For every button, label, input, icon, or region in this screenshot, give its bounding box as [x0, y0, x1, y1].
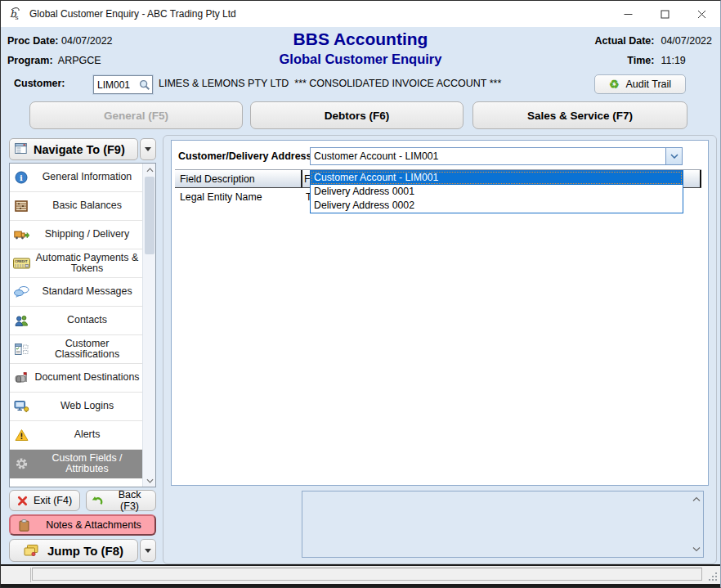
svg-text:CREDIT: CREDIT [15, 259, 28, 263]
tab-debtors[interactable]: Debtors (F6) [250, 101, 464, 129]
close-button[interactable] [683, 1, 720, 27]
status-divider [30, 568, 31, 582]
sidebar-item-label: Automatic Payments & Tokens [32, 253, 142, 275]
chevron-down-icon [145, 147, 151, 151]
combobox-dropdown-button[interactable] [665, 148, 682, 164]
gear-icon [12, 457, 30, 471]
sidebar-item-label: General Information [43, 172, 132, 183]
svg-text:s: s [16, 14, 19, 21]
abacus-icon [12, 200, 30, 213]
customer-row: Customer: LIM001 LIMES & LEMONS PTY LTD … [1, 73, 720, 96]
mailbox-icon [12, 372, 30, 384]
jump-to-dropdown-button[interactable] [140, 539, 156, 562]
field-description-header: Field Description [175, 170, 302, 187]
navigate-to-dropdown-button[interactable] [140, 138, 156, 160]
header: Proc Date: 04/07/2022 Program: ARPGCE BB… [1, 27, 720, 74]
taskbar-edge [1, 584, 720, 588]
customer-name-text: LIMES & LEMONS PTY LTD *** CONSOLIDATED … [159, 78, 501, 89]
actual-date-label: Actual Date: [595, 31, 655, 51]
info-icon: i [12, 171, 30, 184]
minimize-icon [624, 10, 633, 19]
chevron-down-icon [145, 549, 151, 553]
status-bar [1, 566, 720, 584]
sidebar-item-label: Alerts [74, 429, 101, 441]
dropdown-option-delivery-0002[interactable]: Delivery Address 0002 [311, 199, 683, 213]
time-label: Time: [595, 51, 655, 70]
sidebar-item-label: Basic Balances [52, 200, 122, 212]
sidebar-item-customer-classifications[interactable]: Customer Classifications [10, 335, 142, 364]
customer-label: Customer: [14, 78, 65, 89]
search-icon[interactable] [139, 79, 150, 91]
scrollbar-thumb[interactable] [145, 177, 154, 254]
exit-label: Exit (F4) [34, 495, 72, 506]
main-detail-panel: Customer/Delivery Address: Customer Acco… [171, 140, 709, 486]
sidebar-item-label: Customer Classifications [32, 339, 142, 361]
sidebar-item-alerts[interactable]: Alerts [10, 421, 142, 450]
sidebar-item-shipping-delivery[interactable]: Shipping / Delivery [10, 221, 142, 249]
scroll-down-icon[interactable] [143, 474, 156, 487]
jump-to-label: Jump To (F8) [47, 544, 123, 558]
credit-card-icon: CREDIT [12, 258, 30, 269]
maximize-button[interactable] [647, 1, 683, 27]
scroll-up-icon[interactable] [143, 164, 156, 176]
chevron-down-icon [670, 154, 678, 159]
sidebar-item-label: Custom Fields / Attributes [32, 453, 142, 475]
customer-status-note: *** CONSOLIDATED INVOICE ACCOUNT *** [294, 78, 501, 89]
resize-grip[interactable] [708, 572, 718, 581]
navigate-to-button[interactable]: Navigate To (F9) [9, 138, 138, 160]
sidebar-item-contacts[interactable]: Contacts [10, 307, 142, 335]
scroll-down-icon[interactable] [691, 544, 701, 554]
customer-name: LIMES & LEMONS PTY LTD [159, 78, 289, 89]
jump-to-button[interactable]: Jump To (F8) [9, 539, 138, 562]
scroll-up-icon[interactable] [691, 494, 701, 505]
app-window: b s Global Customer Enquiry - ABC Tradin… [0, 0, 721, 588]
svg-text:i: i [20, 173, 23, 182]
close-icon [697, 10, 706, 19]
minimize-button[interactable] [610, 1, 647, 27]
red-x-icon [17, 496, 28, 506]
recycle-icon: ♻ [609, 79, 620, 90]
back-arrow-icon [92, 496, 103, 506]
field-description-cell: Legal Entity Name [175, 188, 304, 206]
sidebar-item-general-information[interactable]: i General Information [10, 164, 142, 192]
tab-general[interactable]: General (F5) [29, 101, 243, 129]
dropdown-option-customer-account[interactable]: Customer Account - LIM001 [311, 171, 683, 185]
window-title: Global Customer Enquiry - ABC Trading Pt… [29, 8, 236, 20]
warning-icon [12, 429, 30, 442]
sidebar-item-automatic-payments-tokens[interactable]: CREDIT Automatic Payments & Tokens [10, 249, 142, 278]
back-label: Back (F3) [109, 489, 150, 512]
sidebar-item-web-logins[interactable]: Web Logins [10, 393, 142, 421]
dropdown-option-delivery-0001[interactable]: Delivery Address 0001 [311, 185, 683, 199]
people-icon [12, 315, 30, 326]
notes-text-area[interactable] [302, 491, 704, 558]
customer-code-field[interactable]: LIM001 [93, 75, 153, 94]
form-icon [15, 142, 27, 157]
audit-trail-button[interactable]: ♻ Audit Trail [594, 74, 686, 94]
customer-code-value[interactable]: LIM001 [94, 79, 139, 91]
clipboard-icon [19, 519, 29, 532]
notes-attachments-button[interactable]: Notes & Attachments [9, 514, 156, 536]
navigate-to-label: Navigate To (F9) [34, 143, 125, 156]
address-dropdown-list: Customer Account - LIM001 Delivery Addre… [310, 170, 683, 213]
address-selector-label: Customer/Delivery Address: [178, 150, 316, 162]
exit-button[interactable]: Exit (F4) [9, 490, 80, 511]
notes-scrollbar[interactable] [689, 491, 703, 557]
back-button[interactable]: Back (F3) [86, 490, 156, 511]
maximize-icon [661, 10, 670, 19]
sidebar-item-label: Contacts [67, 315, 107, 326]
tab-sales-service[interactable]: Sales & Service (F7) [472, 101, 687, 129]
address-combobox[interactable]: Customer Account - LIM001 [310, 147, 683, 165]
sidebar-item-standard-messages[interactable]: Standard Messages [10, 278, 142, 307]
computer-key-icon [12, 401, 30, 413]
address-combobox-value[interactable]: Customer Account - LIM001 [311, 150, 665, 162]
sidebar-item-label: Document Destinations [34, 372, 139, 384]
sidebar-scrollbar[interactable] [142, 164, 155, 487]
notes-attachments-label: Notes & Attachments [38, 519, 150, 531]
sidebar-item-label: Standard Messages [42, 286, 132, 298]
status-message-panel [32, 568, 702, 581]
sidebar-item-document-destinations[interactable]: Document Destinations [10, 364, 142, 393]
sidebar-item-basic-balances[interactable]: Basic Balances [10, 192, 142, 221]
sidebar-nav-list: i General Information Basic Balances Shi… [9, 163, 156, 487]
titlebar[interactable]: b s Global Customer Enquiry - ABC Tradin… [1, 1, 720, 27]
sidebar-item-custom-fields-attributes[interactable]: Custom Fields / Attributes [10, 450, 142, 478]
